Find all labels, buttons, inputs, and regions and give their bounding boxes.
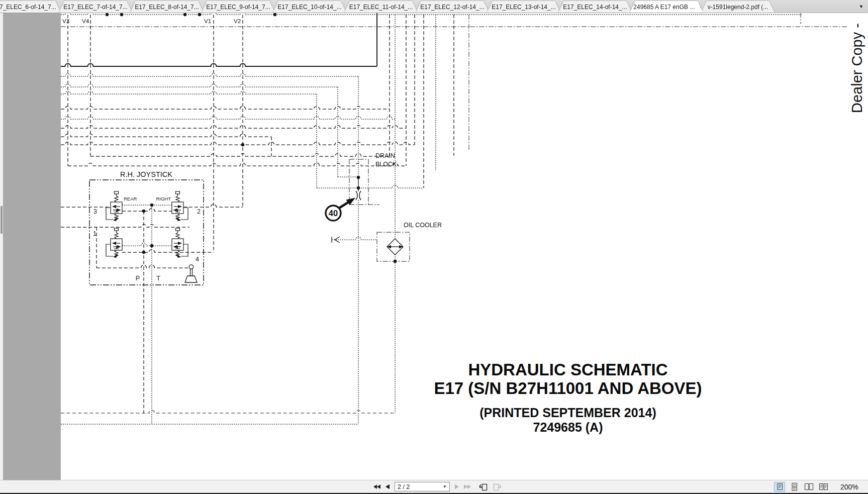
facing-pages-view-button[interactable] — [803, 482, 814, 492]
single-page-view-button[interactable] — [774, 482, 785, 492]
port-label-v2: V2 — [234, 18, 241, 24]
document-tab[interactable]: E17_ELEC_8-of-14_7... — [130, 1, 204, 13]
joystick-right-label: RIGHT — [156, 196, 171, 202]
document-tab[interactable]: E17_ELEC_10-of-14_... — [273, 1, 346, 13]
oil-cooler-label: OIL COOLER — [404, 222, 442, 229]
document-tab[interactable]: E17_ELEC_7-of-14_7... — [59, 1, 132, 13]
tab-label: E17_ELEC_6-of-14_7... — [0, 4, 56, 11]
joystick-port-4: 4 — [196, 256, 199, 263]
joystick-valve-rear — [106, 191, 122, 221]
tab-label: E17_ELEC_12-of-14_... — [420, 4, 484, 11]
continuous-view-button[interactable] — [789, 482, 800, 492]
drain-restrictor-icon — [356, 191, 361, 200]
title-block: HYDRAULIC SCHEMATIC E17 (S/N B27H11001 A… — [392, 360, 744, 434]
tab-overflow-icon[interactable]: ▼ — [859, 4, 863, 9]
left-scrollbar-thumb[interactable] — [1, 206, 3, 234]
drain-block-label-line2: BLOCK — [375, 161, 397, 168]
document-tab[interactable]: E17_ELEC_11-of-14_... — [344, 1, 418, 13]
callout-number: 40 — [329, 209, 338, 218]
joystick-valve-front — [106, 228, 122, 258]
left-scrollbar-track[interactable] — [0, 13, 3, 480]
schematic-subtitle: E17 (S/N B27H11001 AND ABOVE) — [392, 379, 744, 398]
first-page-button[interactable] — [373, 482, 380, 492]
joystick-valve-right — [172, 191, 188, 221]
schematic-title: HYDRAULIC SCHEMATIC — [392, 360, 744, 379]
tab-label: E17_ELEC_13-of-14_... — [492, 4, 555, 11]
joystick-valve-left — [172, 228, 188, 258]
document-tab[interactable]: v-1591legend-2.pdf (... — [701, 1, 775, 13]
oil-cooler-icon — [387, 239, 403, 255]
tab-label: E17_ELEC_14-of-14_... — [563, 4, 627, 11]
page-margin-background — [3, 13, 61, 480]
history-forward-button[interactable] — [493, 482, 502, 492]
joystick-port-2: 2 — [197, 208, 201, 215]
page-combo-caret-icon[interactable]: ▼ — [443, 484, 447, 489]
drain-block-label-line1: DRAIN — [375, 152, 395, 159]
document-number: 7249685 (A) — [392, 420, 744, 434]
tab-label: E17_ELEC_10-of-14_... — [277, 4, 341, 11]
joystick-p-label: P — [136, 275, 140, 282]
tab-label: v-1591legend-2.pdf (... — [708, 4, 768, 11]
prev-page-button[interactable] — [385, 482, 390, 492]
page-indicator: 2 / 2 — [398, 483, 410, 490]
tab-close-icon[interactable]: × — [699, 4, 703, 10]
book-view-button[interactable] — [818, 482, 829, 492]
tab-bar: E17_ELEC_6-of-14_7...E17_ELEC_7-of-14_7.… — [0, 0, 868, 13]
last-page-button[interactable] — [464, 482, 471, 492]
document-tab[interactable]: 7249685 A E17 enGB ...× — [630, 1, 703, 13]
document-tab[interactable]: E17_ELEC_9-of-14_7... — [202, 1, 275, 13]
junction-dots — [106, 13, 397, 263]
callout-40: 40 — [326, 198, 355, 221]
history-back-button[interactable] — [479, 482, 488, 492]
port-label-v4: V4 — [82, 18, 89, 24]
document-tab[interactable]: E17_ELEC_6-of-14_7... — [0, 1, 61, 13]
joystick-port-1: 1 — [93, 230, 97, 237]
document-tab[interactable]: E17_ELEC_12-of-14_... — [416, 1, 489, 13]
joystick-port-3: 3 — [93, 208, 97, 215]
page-number-combobox[interactable]: 2 / 2 ▼ — [395, 482, 450, 491]
pdf-viewer-window: 40 V3 V4 V1 V2 R.H. JOYSTICK REAR RIGHT … — [0, 0, 868, 494]
joystick-title: R.H. JOYSTICK — [120, 170, 172, 178]
port-label-v1: V1 — [204, 18, 211, 24]
joystick-outline — [89, 180, 204, 285]
zoom-level: 200% — [840, 483, 858, 491]
dealer-copy-watermark: Dealer Copy - — [849, 13, 866, 113]
joystick-rear-label: REAR — [124, 196, 137, 202]
tab-label: E17_ELEC_9-of-14_7... — [206, 4, 270, 11]
tab-label: 7249685 A E17 enGB ... — [630, 4, 695, 11]
joystick-t-label: T — [156, 275, 160, 282]
joystick-handle-icon — [185, 265, 197, 282]
printed-date: (PRINTED SEPTEMBER 2014) — [392, 405, 744, 420]
document-tab[interactable]: E17_ELEC_13-of-14_... — [487, 1, 560, 13]
document-tab[interactable]: E17_ELEC_14-of-14_... — [558, 1, 632, 13]
port-label-v3: V3 — [62, 18, 69, 24]
tab-label: E17_ELEC_11-of-14_... — [349, 4, 413, 11]
next-page-button[interactable] — [454, 482, 459, 492]
tab-label: E17_ELEC_7-of-14_7... — [63, 4, 127, 11]
bottom-toolbar: 2 / 2 ▼ — [0, 480, 868, 493]
tab-label: E17_ELEC_8-of-14_7... — [135, 4, 199, 11]
